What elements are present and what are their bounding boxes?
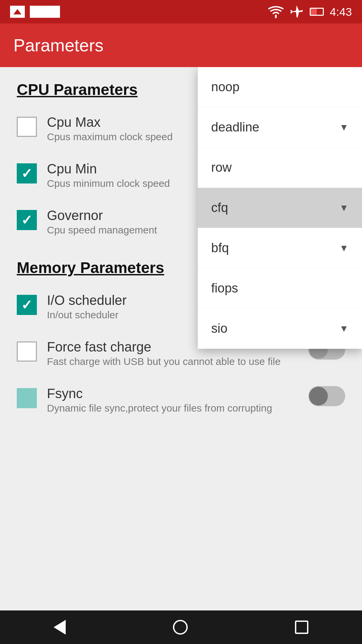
fsync-text: Fsync Dynamic file sync,protect your fil… [47, 386, 272, 414]
cpu-min-checkbox[interactable] [17, 163, 37, 183]
recent-button[interactable] [295, 621, 308, 634]
back-icon [54, 620, 66, 635]
dropdown-item-cfq[interactable]: cfq ▼ [198, 188, 362, 228]
recent-icon [295, 621, 308, 634]
cpu-min-text: Cpu Min Cpus minimum clock speed [47, 161, 170, 189]
app-title: Parameters [13, 35, 104, 55]
io-scheduler-dropdown[interactable]: noop deadline ▼ row cfq ▼ bfq ▼ fiops si… [198, 67, 362, 349]
dropdown-item-cfq-label: cfq [211, 201, 228, 215]
force-fast-charge-checkbox[interactable] [17, 341, 37, 362]
force-fast-charge-subtitle: Fast charge with USB but you cannot able… [47, 356, 281, 367]
dropdown-arrow-sio: ▼ [339, 323, 349, 334]
status-bar-left [10, 6, 60, 18]
fsync-subtitle: Dynamic file sync,protect your files fro… [47, 402, 272, 414]
dropdown-item-fiops-label: fiops [211, 281, 238, 296]
io-scheduler-subtitle: In/out scheduler [47, 309, 127, 321]
dropdown-item-fiops[interactable]: fiops [198, 268, 362, 309]
dropdown-arrow-cfq: ▼ [339, 203, 349, 213]
home-button[interactable] [173, 620, 188, 635]
wifi-icon [268, 5, 284, 18]
battery-icon [310, 8, 324, 16]
dropdown-item-bfq[interactable]: bfq ▼ [198, 228, 362, 268]
airplane-icon [290, 5, 304, 19]
back-button[interactable] [54, 620, 66, 635]
dropdown-item-noop[interactable]: noop [198, 67, 362, 107]
governor-checkbox[interactable] [17, 210, 37, 230]
fsync-toggle-knob [309, 387, 328, 406]
fsync-item: Fsync Dynamic file sync,protect your fil… [0, 377, 362, 423]
cpu-max-checkbox[interactable] [17, 117, 37, 137]
image-icon [10, 6, 25, 18]
dropdown-item-deadline-label: deadline [211, 120, 259, 135]
app-bar: Parameters [0, 23, 362, 67]
home-icon [173, 620, 188, 635]
dropdown-item-row-label: row [211, 160, 232, 175]
cpu-max-text: Cpu Max Cpus maximum clock speed [47, 115, 173, 143]
status-time: 4:43 [330, 5, 352, 18]
dropdown-item-row[interactable]: row [198, 148, 362, 188]
io-scheduler-title: I/O scheduler [47, 293, 127, 308]
dropdown-item-sio[interactable]: sio ▼ [198, 309, 362, 349]
dropdown-item-noop-label: noop [211, 80, 240, 94]
io-scheduler-checkbox[interactable] [17, 295, 37, 315]
status-bar: 4:43 [0, 0, 362, 23]
cpu-max-subtitle: Cpus maximum clock speed [47, 131, 173, 143]
governor-subtitle: Cpu speed management [47, 224, 157, 236]
nav-bar [0, 610, 362, 644]
main-content: CPU Parameters Cpu Max Cpus maximum cloc… [0, 67, 362, 610]
io-scheduler-text: I/O scheduler In/out scheduler [47, 293, 127, 321]
dropdown-arrow-bfq: ▼ [339, 243, 349, 254]
dropdown-item-sio-label: sio [211, 321, 228, 336]
dropdown-arrow-deadline: ▼ [339, 122, 349, 133]
fsync-toggle[interactable] [308, 386, 345, 406]
cpu-max-title: Cpu Max [47, 115, 173, 130]
status-bar-right: 4:43 [268, 5, 352, 19]
governor-text: Governor Cpu speed management [47, 208, 157, 236]
dropdown-item-bfq-label: bfq [211, 241, 229, 255]
governor-title: Governor [47, 208, 157, 223]
fsync-checkbox[interactable] [17, 388, 37, 408]
white-box [30, 6, 60, 18]
fsync-toggle-container [308, 386, 345, 406]
dropdown-item-deadline[interactable]: deadline ▼ [198, 107, 362, 148]
fsync-title: Fsync [47, 386, 272, 401]
cpu-min-title: Cpu Min [47, 161, 170, 176]
cpu-min-subtitle: Cpus minimum clock speed [47, 178, 170, 189]
